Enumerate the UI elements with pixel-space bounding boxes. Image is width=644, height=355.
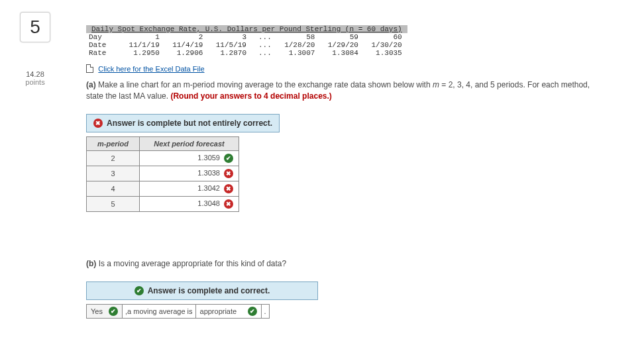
status-text: Answer is complete but not entirely corr…: [107, 119, 272, 128]
table-row: 5 1.3048✖: [87, 197, 239, 212]
table-row: Date 11/1/19 11/4/19 11/5/19 ... 1/28/20…: [86, 41, 407, 49]
table-row: Rate 1.2950 1.2906 1.2870 ... 1.3007 1.3…: [86, 49, 407, 57]
status-correct: ✔ Answer is complete and correct.: [86, 281, 318, 300]
row-label: Date: [86, 41, 121, 49]
part-b-prompt: (b) Is a moving average appropriate for …: [86, 258, 603, 270]
question-number: 5: [20, 12, 50, 42]
answer-yes-cell[interactable]: Yes ✔: [86, 304, 123, 319]
row-label: Day: [86, 33, 121, 41]
question-points: 14.28: [12, 70, 58, 78]
file-icon: [86, 64, 93, 73]
part-b-answer-row: Yes ✔ , a moving average is appropriate …: [86, 304, 319, 319]
rate-table-caption: Daily Spot Exchange Rate, U.S. Dollars p…: [86, 25, 407, 33]
part-a-prompt: (a) Make a line chart for an m-period mo…: [86, 79, 603, 102]
check-icon: ✔: [224, 154, 233, 163]
table-row: Day 1 2 3 ... 58 59 60: [86, 33, 407, 41]
check-icon: ✔: [109, 307, 118, 316]
x-icon: ✖: [93, 119, 103, 128]
check-icon: ✔: [134, 286, 144, 295]
table-row: 2 1.3059✔: [87, 150, 239, 166]
excel-link-row: Click here for the Excel Data File: [86, 64, 603, 73]
exchange-rate-table: Daily Spot Exchange Rate, U.S. Dollars p…: [86, 25, 407, 57]
points-label: points: [12, 78, 58, 86]
table-row: 4 1.3042✖: [87, 181, 239, 197]
round-note: (Round your answers to 4 decimal places.…: [170, 91, 331, 101]
answer-appropriate-cell[interactable]: appropriate ✔: [195, 304, 262, 319]
col-forecast: Next period forecast: [140, 136, 239, 150]
status-partial: ✖ Answer is complete but not entirely co…: [86, 114, 280, 132]
x-icon: ✖: [224, 169, 233, 178]
part-b-label: (b): [86, 259, 96, 268]
col-m-period: m-period: [87, 136, 140, 150]
status-text: Answer is complete and correct.: [148, 286, 270, 295]
excel-data-link[interactable]: Click here for the Excel Data File: [98, 65, 204, 73]
table-row: 3 1.3038✖: [87, 166, 239, 181]
row-label: Rate: [86, 49, 121, 57]
x-icon: ✖: [224, 184, 233, 193]
check-icon: ✔: [248, 307, 257, 316]
part-a-label: (a): [86, 80, 96, 89]
x-icon: ✖: [224, 199, 233, 209]
forecast-table: m-period Next period forecast 2 1.3059✔ …: [86, 136, 239, 212]
